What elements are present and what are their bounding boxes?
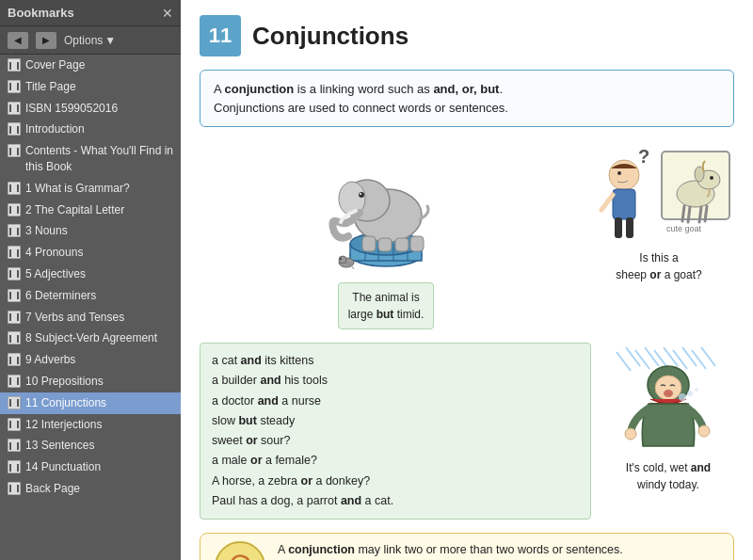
sheep-caption: Is this a sheep or a goat? xyxy=(616,249,701,283)
bookmark-item-item2[interactable]: 2 The Capital Letter xyxy=(0,200,181,221)
def-text-mid1: is a linking word such as xyxy=(294,82,433,96)
bookmark-item-item9[interactable]: 9 Adverbs xyxy=(0,349,181,371)
bookmark-item-item13[interactable]: 13 Sentences xyxy=(0,435,181,456)
grammar-keyword: conjunction xyxy=(288,543,355,556)
bookmark-item-item8[interactable]: 8 Subject-Verb Agreement xyxy=(0,328,181,349)
sidebar: Bookmarks ✕ ◀ ▶ Options ▼ Cover PageTitl… xyxy=(0,0,181,560)
bookmark-item-item11[interactable]: 11 Conjunctions xyxy=(0,392,181,414)
grammar-text-pre: A xyxy=(278,543,288,556)
example-line: a male or a female? xyxy=(212,451,579,471)
bookmark-item-back-page[interactable]: Back Page xyxy=(0,478,181,500)
grammar-help-badge: Grammar Help xyxy=(212,541,268,560)
bookmark-icon xyxy=(8,311,21,324)
svg-rect-13 xyxy=(378,238,392,251)
content-area: The animal is large but timid. xyxy=(200,142,734,329)
example-line: sweet or sour? xyxy=(212,431,579,451)
svg-point-48 xyxy=(664,390,673,397)
bookmark-label: 12 Interjections xyxy=(25,417,102,433)
bookmark-item-title-page[interactable]: Title Page xyxy=(0,76,181,98)
svg-point-49 xyxy=(625,428,636,440)
grammar-help-icon xyxy=(215,541,266,560)
elephant-caption-line2-pre: large xyxy=(348,308,376,321)
close-icon[interactable]: ✕ xyxy=(162,7,173,20)
bookmark-label: Title Page xyxy=(25,79,76,95)
svg-point-30 xyxy=(710,176,713,180)
svg-point-17 xyxy=(339,256,346,264)
examples-area: a cat and its kittensa builder and his t… xyxy=(200,343,734,520)
svg-rect-12 xyxy=(362,236,376,251)
chapter-number: 11 xyxy=(200,15,241,56)
sidebar-toolbar: ◀ ▶ Options ▼ xyxy=(0,26,181,55)
bookmark-icon xyxy=(8,267,21,280)
bookmark-label: Contents - What You'll Find in this Book xyxy=(25,143,175,175)
svg-line-45 xyxy=(701,347,715,366)
bookmark-item-isbn[interactable]: ISBN 1599052016 xyxy=(0,98,181,120)
bookmark-label: 13 Sentences xyxy=(25,438,94,454)
def-text-before: A xyxy=(214,82,225,96)
bookmark-item-item14[interactable]: 14 Punctuation xyxy=(0,456,181,478)
bookmark-label: Introduction xyxy=(25,121,85,137)
bookmark-item-item7[interactable]: 7 Verbs and Tenses xyxy=(0,307,181,328)
bookmark-label: 14 Punctuation xyxy=(25,459,101,475)
example-line: a builder and his tools xyxy=(212,371,579,391)
bookmark-label: 2 The Capital Letter xyxy=(25,202,124,218)
bookmark-item-contents[interactable]: Contents - What You'll Find in this Book xyxy=(0,140,181,178)
sheep-bold: or xyxy=(649,268,661,281)
cold-bold: and xyxy=(691,461,711,474)
svg-text:cute goat: cute goat xyxy=(666,224,702,233)
svg-line-36 xyxy=(617,352,631,371)
bookmark-label: ISBN 1599052016 xyxy=(25,101,118,117)
options-button[interactable]: Options ▼ xyxy=(64,34,116,47)
cold-caption: It's cold, wet and windy today. xyxy=(626,459,711,493)
bookmark-icon xyxy=(8,460,21,473)
bookmark-icon xyxy=(8,58,21,72)
svg-rect-23 xyxy=(615,217,622,238)
sheep-line2-pre: sheep xyxy=(616,268,649,281)
bookmark-item-item1[interactable]: 1 What is Grammar? xyxy=(0,178,181,200)
svg-line-39 xyxy=(645,347,659,366)
bookmark-item-cover-page[interactable]: Cover Page xyxy=(0,55,181,76)
bookmark-icon xyxy=(8,80,21,93)
svg-point-10 xyxy=(359,192,364,198)
bookmark-item-item12[interactable]: 12 Interjections xyxy=(0,414,181,436)
example-line: A horse, a zebra or a donkey? xyxy=(212,472,579,491)
bookmark-icon xyxy=(8,102,21,115)
bookmark-icon xyxy=(8,203,21,216)
svg-line-22 xyxy=(601,195,613,210)
definition-box: A conjunction is a linking word such as … xyxy=(200,70,734,127)
bookmark-item-introduction[interactable]: Introduction xyxy=(0,119,181,140)
elephant-caption-line1: The animal is xyxy=(352,291,419,304)
bookmark-icon xyxy=(8,144,21,157)
svg-point-11 xyxy=(360,193,361,195)
elephant-caption-line2-post: timid. xyxy=(393,308,424,321)
bookmark-item-item6[interactable]: 6 Determiners xyxy=(0,285,181,307)
grammar-help-text: A conjunction may link two or more than … xyxy=(278,541,623,559)
chapter-title: Conjunctions xyxy=(252,22,409,51)
bookmark-icon xyxy=(8,439,21,452)
def-text-mid2: . xyxy=(499,82,503,96)
bookmark-icon xyxy=(8,246,21,259)
svg-line-43 xyxy=(682,347,697,366)
bookmark-item-item3[interactable]: 3 Nouns xyxy=(0,220,181,242)
svg-rect-15 xyxy=(410,236,424,251)
bookmark-label: 1 What is Grammar? xyxy=(25,181,130,197)
bookmark-label: Back Page xyxy=(25,481,80,497)
svg-line-32 xyxy=(688,207,690,222)
bookmark-label: 3 Nouns xyxy=(25,223,68,239)
bookmark-label: 6 Determiners xyxy=(25,288,96,304)
elephant-caption: The animal is large but timid. xyxy=(338,282,435,329)
svg-line-44 xyxy=(692,350,706,369)
svg-line-33 xyxy=(699,207,701,222)
bookmark-label: 9 Adverbs xyxy=(25,352,75,368)
main-content: 11 Conjunctions A conjunction is a linki… xyxy=(181,0,753,560)
bookmark-item-item10[interactable]: 10 Prepositions xyxy=(0,371,181,392)
bookmark-label: 7 Verbs and Tenses xyxy=(25,310,124,326)
sheep-drawing: ? c xyxy=(586,142,732,246)
bookmark-list: Cover PageTitle PageISBN 1599052016Intro… xyxy=(0,55,181,560)
back-icon[interactable]: ◀ xyxy=(8,32,28,49)
bookmark-item-item5[interactable]: 5 Adjectives xyxy=(0,264,181,285)
elephant-drawing xyxy=(311,142,461,279)
forward-icon[interactable]: ▶ xyxy=(36,32,56,49)
cold-line2: windy today. xyxy=(637,478,699,491)
bookmark-item-item4[interactable]: 4 Pronouns xyxy=(0,242,181,264)
